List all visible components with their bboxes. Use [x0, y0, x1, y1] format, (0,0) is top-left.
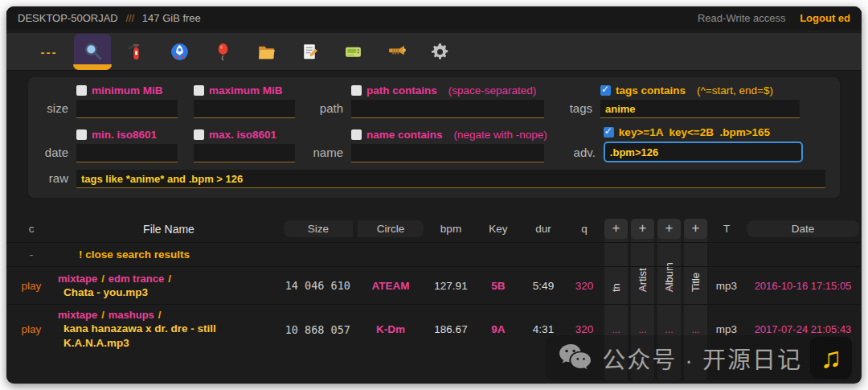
access-level: Read-Write access — [698, 12, 786, 24]
tab-uploader[interactable] — [204, 36, 241, 67]
path-segment-link[interactable]: mixtape — [58, 273, 97, 285]
name-input[interactable] — [351, 144, 544, 162]
col-header-add-tn[interactable]: + — [603, 216, 629, 243]
tn-cell: ... — [603, 267, 629, 305]
file-link[interactable]: Chata - you.mp3 — [58, 285, 280, 300]
checkbox-icon — [76, 85, 87, 96]
col-header-add-title[interactable]: + — [682, 216, 709, 243]
tab-minimize[interactable]: --- — [31, 36, 68, 67]
header-row: c File Name Size Circle bpm Key dur q + … — [6, 216, 862, 243]
magnifier-icon — [83, 41, 103, 61]
size-cell: 10 868 057 — [281, 305, 355, 355]
tab-unpost[interactable] — [117, 36, 154, 67]
raw-query-input[interactable] — [76, 170, 825, 188]
path-slash: / — [158, 309, 162, 321]
col-header-bpm[interactable]: bpm — [426, 216, 476, 243]
checkbox-icon — [194, 129, 204, 140]
path-slash: / — [101, 273, 104, 285]
dur-cell: 5:49 — [521, 267, 566, 305]
filename-cell: mixtape/mashups/ kana hanazawa x dr. dre… — [56, 305, 281, 355]
close-search-results-link[interactable]: ! close search results — [56, 243, 862, 267]
col-header-c[interactable]: c — [6, 216, 56, 243]
rocket-icon — [170, 42, 190, 62]
trumpet-icon — [387, 42, 407, 62]
col-header-dur[interactable]: dur — [521, 216, 566, 243]
table-row: play mixtape/edm trance/ Chata - you.mp3… — [6, 267, 862, 305]
checkbox-icon — [351, 85, 362, 96]
music-note-icon: ♫ — [821, 343, 842, 372]
circle-cell: ATEAM — [355, 267, 426, 305]
date-max-checkbox[interactable]: max. iso8601 — [194, 128, 295, 142]
plus-icon: + — [631, 219, 654, 239]
name-field-label: name — [306, 146, 343, 162]
name-contains-checkbox[interactable]: name contains (negate with -nope) — [351, 128, 547, 142]
path-segment-link[interactable]: mashups — [108, 309, 154, 321]
date-cell: 2016-10-16 17:15:05 — [744, 267, 862, 305]
tab-search[interactable] — [74, 34, 111, 68]
checkbox-icon — [351, 129, 362, 140]
adv-checkbox[interactable]: key>=1A key<=2B .bpm>165 — [604, 125, 803, 139]
gear-icon — [430, 42, 450, 62]
q-cell: 320 — [566, 267, 603, 305]
col-header-key[interactable]: Key — [476, 216, 521, 243]
path-field-label: path — [306, 101, 343, 118]
date-min-input[interactable] — [76, 144, 178, 162]
col-header-date[interactable]: Date — [744, 216, 862, 243]
col-header-size[interactable]: Size — [281, 216, 355, 243]
date-max-input[interactable] — [194, 144, 295, 162]
format-cell: mp3 — [709, 267, 744, 305]
size-field-label: size — [36, 101, 68, 118]
path-contains-checkbox[interactable]: path contains (space-separated) — [351, 84, 544, 97]
path-separator: /// — [125, 12, 134, 24]
tab-up2k[interactable] — [161, 36, 198, 67]
title-cell: ... — [682, 267, 709, 305]
folder-icon — [256, 42, 276, 62]
checkbox-icon — [76, 129, 87, 140]
size-cell: 14 046 610 — [281, 267, 355, 305]
memo-icon — [300, 42, 320, 62]
results-table: c File Name Size Circle bpm Key dur q + … — [6, 216, 862, 354]
file-link[interactable]: kana hanazawa x dr. dre - still K.A.N.A.… — [58, 322, 280, 351]
size-max-checkbox[interactable]: maximum MiB — [194, 84, 295, 97]
tab-message[interactable] — [334, 36, 371, 67]
plus-icon: + — [684, 219, 707, 239]
plus-icon: + — [604, 219, 628, 239]
path-segment-link[interactable]: edm trance — [108, 273, 164, 285]
col-header-filename[interactable]: File Name — [56, 216, 281, 243]
dash-cell: - — [6, 243, 56, 267]
col-header-q[interactable]: q — [566, 216, 603, 243]
filename-cell: mixtape/edm trance/ Chata - you.mp3 — [56, 267, 281, 305]
date-field-label: date — [36, 146, 68, 162]
tags-input[interactable] — [600, 100, 800, 118]
search-results: c File Name Size Circle bpm Key dur q + … — [6, 216, 862, 354]
size-max-input[interactable] — [194, 100, 295, 118]
date-min-checkbox[interactable]: min. iso8601 — [76, 128, 178, 142]
path-segment-link[interactable]: mixtape — [58, 309, 97, 321]
wechat-icon — [557, 343, 594, 373]
size-min-input[interactable] — [76, 100, 178, 118]
key-cell: 9A — [476, 305, 521, 355]
col-header-add-album[interactable]: + — [656, 216, 682, 243]
path-slash: / — [101, 309, 104, 321]
circle-cell: K-Dm — [355, 305, 426, 355]
path-input[interactable] — [351, 100, 544, 118]
col-header-add-artist[interactable]: + — [629, 216, 656, 243]
checkbox-checked-icon — [600, 85, 611, 96]
album-cell: ... — [656, 267, 682, 305]
play-link[interactable]: play — [6, 267, 56, 305]
tags-contains-checkbox[interactable]: tags contains (^=start, end=$) — [600, 84, 800, 97]
col-header-type[interactable]: T — [709, 216, 744, 243]
tab-settings[interactable] — [421, 36, 458, 67]
tab-player[interactable] — [378, 36, 415, 67]
tab-mkdir[interactable] — [248, 36, 285, 67]
tab-newdoc[interactable] — [291, 36, 328, 67]
bpm-cell: 127.91 — [426, 267, 476, 305]
plus-icon: + — [657, 219, 681, 239]
adv-input[interactable] — [604, 142, 803, 162]
size-min-checkbox[interactable]: minimum MiB — [76, 84, 178, 97]
logout-link[interactable]: Logout ed — [800, 12, 850, 24]
play-link[interactable]: play — [6, 305, 56, 355]
col-header-circle[interactable]: Circle — [355, 216, 426, 243]
top-bar: DESKTOP-50ORJAD /// 147 GiB free Read-Wr… — [6, 6, 862, 31]
toolbar: --- — [6, 33, 862, 71]
